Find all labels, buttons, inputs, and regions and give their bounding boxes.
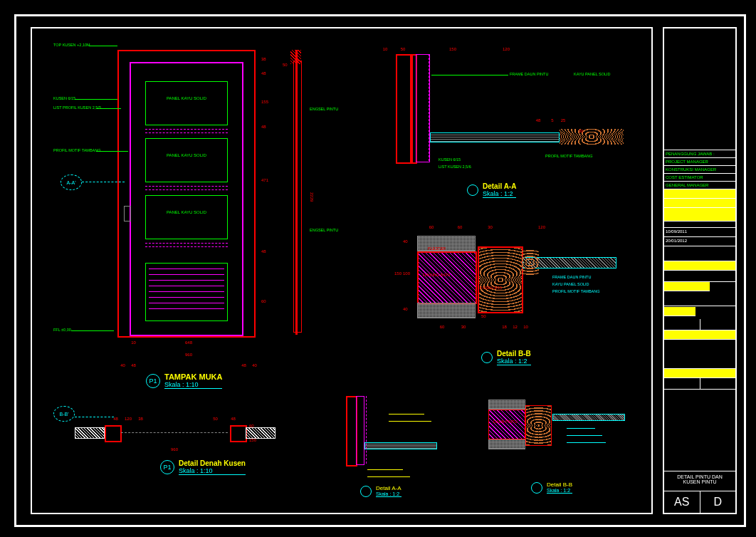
view-detail-aa: FRAME DAUN PINTU KAYU PANEL SOLID KUSEN … xyxy=(367,46,631,190)
plan-wall-left xyxy=(75,427,105,439)
tb-sp4 xyxy=(664,319,735,330)
dim: 2229 xyxy=(310,192,314,202)
annot-dinding: DINDING BATA xyxy=(423,273,450,277)
view-bubble: P1 xyxy=(146,374,160,388)
annot-ph2 xyxy=(389,421,431,422)
view-title-plan: P1 Detail Denah Kusen Skala : 1:10 xyxy=(160,459,246,475)
dim: 25 xyxy=(556,118,570,122)
annot-frame: FRAME DAUN PINTU xyxy=(510,72,548,76)
dim: 40 xyxy=(117,363,128,367)
tb-gap xyxy=(664,221,735,228)
dim: 60 xyxy=(417,225,446,229)
view-detail-bb-small: DAUN PINTU Detail B-B Skala : 1:2 xyxy=(473,385,639,500)
drawing-title: DETAIL PINTU DAN KUSEN PINTU xyxy=(664,471,735,484)
frame-cross xyxy=(521,250,539,275)
annot-ffl: FFL ±0,00 xyxy=(53,328,71,332)
view-name: TAMPAK MUKA xyxy=(164,372,222,381)
dim: 40 xyxy=(403,307,408,311)
panel-3-label: PANEL KAYU SOLID xyxy=(146,196,227,214)
dim: 30 xyxy=(481,225,499,229)
dim: 960 xyxy=(110,447,238,452)
dim: 471 xyxy=(261,178,268,182)
rail-divider-2 xyxy=(145,186,228,190)
plan-wall-right xyxy=(246,427,275,439)
view-bubble-icon xyxy=(360,486,372,497)
dim: 120 xyxy=(121,417,135,421)
side-section: ENGSEL PINTU ENGSEL PINTU 2229 50 xyxy=(281,50,317,335)
view-title-bb-sm: Detail B-B Skala : 1:2 xyxy=(531,481,572,494)
kusen-cross xyxy=(478,246,523,313)
title-block: PENANGGUNG JAWAB : PROJECT MANAGER KONST… xyxy=(663,27,737,514)
view-tampak-muka: PANEL KAYU SOLID PANEL KAYU SOLID PANEL … xyxy=(32,28,331,370)
door-panel-1: PANEL KAYU SOLID xyxy=(145,81,228,125)
tb-y5 xyxy=(664,282,710,291)
dim: 120 xyxy=(524,225,560,229)
tb-pm: PROJECT MANAGER xyxy=(664,158,735,166)
view-bubble-icon xyxy=(467,184,478,196)
drawing-sheet: PANEL KAYU SOLID PANEL KAYU SOLID PANEL … xyxy=(14,14,746,527)
dim: 48 xyxy=(128,363,139,367)
kusen-section xyxy=(293,61,302,333)
brick-sm xyxy=(488,410,525,439)
view-name: Detail A-A xyxy=(483,182,516,190)
tb-y4 xyxy=(664,261,735,271)
code-as: AS xyxy=(664,491,700,513)
dim: 150 xyxy=(424,47,481,51)
annot-ph6 xyxy=(567,435,602,436)
drawing-title-line2: KUSEN PINTU xyxy=(664,479,735,484)
annot-kusen: KUSEN 6/15 xyxy=(53,96,75,100)
view-bubble-icon xyxy=(531,482,542,494)
leader-line xyxy=(431,75,508,75)
view-detail-bb: PLESTER DINDING BATA KUSEN 6/15 FRAME DA… xyxy=(388,214,639,372)
view-title-aa-sm: Detail A-A Skala : 1:2 xyxy=(360,485,401,497)
section-line-bb xyxy=(75,417,114,417)
annot-daun: DAUN PINTU xyxy=(493,419,518,424)
tb-ce: COST ESTIMATOR xyxy=(664,174,735,182)
tb-y6 xyxy=(664,307,695,316)
tb-y2 xyxy=(664,199,735,208)
dash-line xyxy=(429,54,430,161)
panel-sm-bb xyxy=(552,414,625,421)
annot-engsel: ENGSEL PINTU xyxy=(310,107,338,111)
section-line-aa xyxy=(82,182,125,182)
view-name: Detail B-B xyxy=(497,350,531,358)
tb-gm: GENERAL MANAGER xyxy=(664,182,735,189)
section-mark-aa: A-A' xyxy=(61,174,82,190)
dim: 60 xyxy=(261,299,266,303)
drawing-title-line1: DETAIL PINTU DAN xyxy=(664,474,735,479)
dim: 48 xyxy=(238,363,249,367)
dim: 10 xyxy=(378,47,392,51)
view-scale: Skala : 1:2 xyxy=(547,488,572,493)
dim: 38 xyxy=(135,417,146,421)
view-name: Detail B-B xyxy=(547,481,572,488)
door-panel-2: PANEL KAYU SOLID xyxy=(145,138,228,182)
dim: 48 xyxy=(531,118,545,122)
tb-y8 xyxy=(664,369,735,378)
panel-1-label: PANEL KAYU SOLID xyxy=(146,82,227,100)
tb-sp6 xyxy=(664,378,735,390)
dim: 38 xyxy=(261,57,266,61)
dim: 30 xyxy=(574,129,588,133)
drawing-area: PANEL KAYU SOLID PANEL KAYU SOLID PANEL … xyxy=(31,27,653,514)
leader-line xyxy=(75,99,117,100)
door-frame-outer: PANEL KAYU SOLID PANEL KAYU SOLID PANEL … xyxy=(117,50,256,338)
tb-y7 xyxy=(664,330,735,340)
tb-penanggung: PENANGGUNG JAWAB : xyxy=(664,150,735,158)
dim: 48 xyxy=(261,71,266,75)
tb-sp2 xyxy=(664,271,735,282)
dim: 50 xyxy=(210,417,221,421)
annot-list: LIST KUSEN 2,5/6 xyxy=(439,165,471,169)
view-bubble-icon xyxy=(481,352,493,363)
leader-line xyxy=(96,108,121,109)
annot-ph1 xyxy=(389,414,424,415)
dim: 18 xyxy=(499,325,510,329)
tb-date2: 20/01/2012 xyxy=(664,237,735,246)
kusen-sm xyxy=(525,405,552,446)
view-detail-aa-small: Detail A-A Skala : 1:2 xyxy=(324,392,453,500)
dim: 50 xyxy=(392,47,414,51)
dim: 50 xyxy=(283,63,288,67)
dim: 50 xyxy=(481,314,486,318)
plan-kusen-right xyxy=(230,425,247,442)
annot-kusen: KUSEN 6/15 xyxy=(480,286,502,290)
tb-sp3 xyxy=(664,291,735,306)
